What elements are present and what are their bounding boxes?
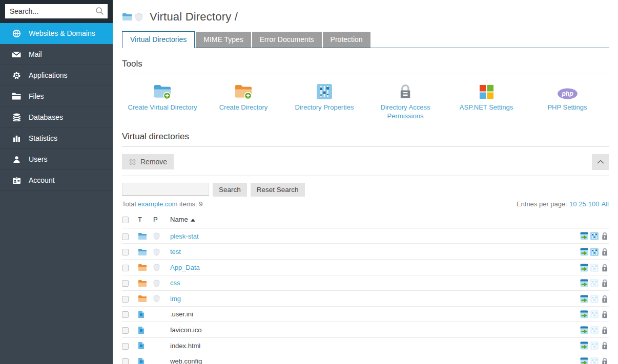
remove-x-icon xyxy=(129,158,136,166)
sidebar-item-account[interactable]: Account xyxy=(0,170,113,191)
virtual-directories-title: Virtual directories xyxy=(122,132,609,142)
row-checkbox[interactable] xyxy=(122,280,129,287)
shield-icon[interactable] xyxy=(153,295,160,303)
permissions-lock-icon[interactable] xyxy=(601,295,609,303)
sidebar-item-files[interactable]: Files xyxy=(0,86,113,107)
open-in-web-icon[interactable] xyxy=(580,326,588,334)
shield-icon[interactable] xyxy=(153,264,160,271)
row-checkbox[interactable] xyxy=(122,265,129,271)
folder-icon xyxy=(138,232,147,240)
tool-label[interactable]: Directory Access Permissions xyxy=(365,103,446,121)
row-name-link[interactable]: css xyxy=(170,279,180,287)
tool-create-directory[interactable]: Create Directory xyxy=(203,77,284,121)
tool-create-virtual-directory[interactable]: Create Virtual Directory xyxy=(122,77,203,121)
tool-label[interactable]: Create Directory xyxy=(203,103,284,112)
permissions-lock-icon[interactable] xyxy=(601,248,609,256)
row-checkbox[interactable] xyxy=(122,311,129,318)
row-name-link[interactable]: img xyxy=(170,295,181,303)
shield-icon[interactable] xyxy=(153,248,160,256)
collapse-button[interactable] xyxy=(592,154,609,170)
permissions-lock-icon[interactable] xyxy=(601,310,609,318)
tool-label[interactable]: Directory Properties xyxy=(284,103,365,112)
entries-option-all[interactable]: All xyxy=(602,200,609,208)
list-search-row: Search Reset Search xyxy=(122,183,609,197)
search-input[interactable] xyxy=(5,4,108,18)
tool-label[interactable]: Create Virtual Directory xyxy=(122,103,203,112)
open-in-web-icon[interactable] xyxy=(580,310,588,318)
sidebar-item-databases[interactable]: Databases xyxy=(0,107,113,128)
sliders-icon xyxy=(284,81,365,100)
table-row: plesk-stat xyxy=(122,228,609,244)
sidebar-item-websites-domains[interactable]: Websites & Domains xyxy=(0,23,113,44)
permissions-lock-icon[interactable] xyxy=(601,326,609,334)
domain-link[interactable]: example.com xyxy=(138,200,177,208)
permissions-lock-icon[interactable] xyxy=(601,264,609,272)
entries-option-25[interactable]: 25 xyxy=(579,200,586,208)
tab-error-documents[interactable]: Error Documents xyxy=(252,32,322,48)
gear-icon xyxy=(10,71,23,80)
sidebar-item-mail[interactable]: Mail xyxy=(0,44,113,65)
tab-bar: Virtual Directories MIME Types Error Doc… xyxy=(122,31,609,48)
sidebar-item-statistics[interactable]: Statistics xyxy=(0,128,113,149)
row-checkbox[interactable] xyxy=(122,249,129,255)
virtual-directories-table: T P Name plesk-stattestApp_Datacssimg.us… xyxy=(122,213,609,364)
tool-label[interactable]: PHP Settings xyxy=(527,103,608,112)
page-title: Virtual Directory / xyxy=(150,10,238,24)
open-in-web-icon[interactable] xyxy=(580,232,588,240)
file-icon xyxy=(138,310,145,318)
shield-icon[interactable] xyxy=(153,232,160,240)
row-checkbox[interactable] xyxy=(122,327,129,334)
row-checkbox[interactable] xyxy=(122,233,129,240)
open-in-web-icon[interactable] xyxy=(580,279,588,287)
tool-php-settings[interactable]: phpPHP Settings xyxy=(527,77,608,121)
row-checkbox[interactable] xyxy=(122,296,129,303)
properties-icon[interactable] xyxy=(590,248,599,256)
shield-icon[interactable] xyxy=(153,280,160,287)
column-protection[interactable]: P xyxy=(153,213,170,228)
column-type[interactable]: T xyxy=(138,213,153,228)
row-name-link[interactable]: plesk-stat xyxy=(170,232,199,240)
open-in-web-icon[interactable] xyxy=(580,295,588,303)
permissions-lock-icon[interactable] xyxy=(601,232,609,240)
column-name[interactable]: Name xyxy=(170,213,570,228)
row-name-link[interactable]: App_Data xyxy=(170,264,200,271)
sidebar-item-label: Statistics xyxy=(29,134,57,142)
row-checkbox[interactable] xyxy=(122,343,129,350)
tool-directory-properties[interactable]: Directory Properties xyxy=(284,77,365,121)
permissions-lock-icon[interactable] xyxy=(601,341,609,350)
properties-icon xyxy=(590,295,599,303)
sidebar-item-applications[interactable]: Applications xyxy=(0,65,113,86)
tab-protection[interactable]: Protection xyxy=(323,32,370,48)
open-in-web-icon[interactable] xyxy=(580,264,588,272)
tool-label[interactable]: ASP.NET Settings xyxy=(446,103,527,112)
sidebar-item-users[interactable]: Users xyxy=(0,149,113,170)
search-icon[interactable] xyxy=(95,7,104,17)
sidebar-item-label: Databases xyxy=(29,113,63,121)
filter-input[interactable] xyxy=(122,183,209,196)
tab-mime-types[interactable]: MIME Types xyxy=(196,32,251,48)
search-button[interactable]: Search xyxy=(213,183,247,197)
properties-icon[interactable] xyxy=(590,232,599,240)
row-checkbox[interactable] xyxy=(122,358,129,364)
sidebar-item-label: Mail xyxy=(29,50,42,58)
reset-search-button[interactable]: Reset Search xyxy=(251,183,305,197)
open-in-web-icon[interactable] xyxy=(580,357,588,364)
table-header-row: T P Name xyxy=(122,213,609,228)
open-in-web-icon[interactable] xyxy=(580,248,588,256)
file-icon xyxy=(138,357,145,364)
entries-option-10[interactable]: 10 xyxy=(569,200,576,208)
tool-asp-net-settings[interactable]: ASP.NET Settings xyxy=(446,77,527,121)
sidebar-menu: Websites & DomainsMailApplicationsFilesD… xyxy=(0,23,113,191)
remove-button[interactable]: Remove xyxy=(122,154,174,169)
tab-virtual-directories[interactable]: Virtual Directories xyxy=(122,31,195,48)
folder-icon xyxy=(10,93,23,100)
select-all-checkbox[interactable] xyxy=(122,217,129,223)
row-name: .user.ini xyxy=(170,310,193,318)
entries-option-100[interactable]: 100 xyxy=(588,200,600,208)
permissions-lock-icon[interactable] xyxy=(601,279,609,287)
tool-directory-access-permissions[interactable]: Directory Access Permissions xyxy=(365,77,446,121)
open-in-web-icon[interactable] xyxy=(580,341,588,350)
row-name-link[interactable]: test xyxy=(170,248,181,255)
permissions-lock-icon[interactable] xyxy=(601,357,609,364)
ms-squares-icon xyxy=(446,81,527,100)
